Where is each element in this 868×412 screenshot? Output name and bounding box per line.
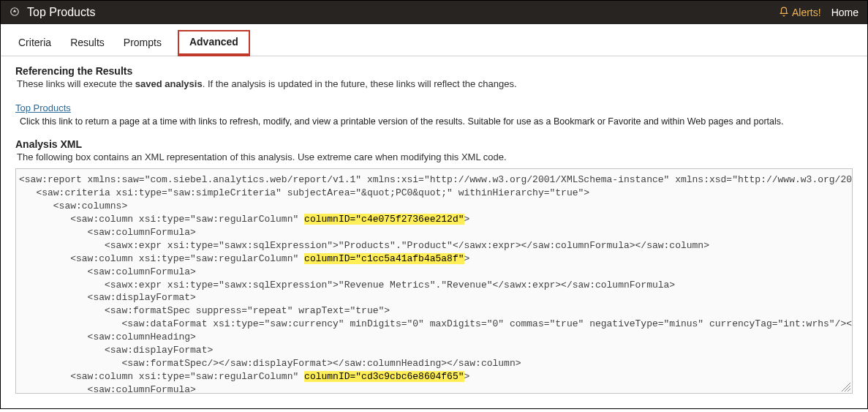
top-products-link-desc: Click this link to return a page at a ti… [20, 116, 853, 127]
xml-highlight-1: columnID="c4e075f2736ee212d" [304, 214, 464, 225]
xml-highlight-2: columnID="c1cc5a41afb4a5a8f" [304, 253, 464, 264]
home-link[interactable]: Home [831, 7, 858, 18]
ref-desc-bold: saved analysis [135, 78, 203, 89]
alerts-label: Alerts! [792, 7, 821, 18]
tabs-bar: Criteria Results Prompts Advanced [1, 24, 867, 56]
referencing-heading: Referencing the Results [15, 65, 853, 77]
resize-handle-icon[interactable] [842, 383, 850, 392]
tab-criteria[interactable]: Criteria [15, 31, 54, 56]
top-products-link[interactable]: Top Products [15, 102, 71, 113]
xml-seg3: > <saw:columnFormula> <sawx:expr xsi:typ… [19, 253, 853, 382]
app-header: Top Products Alerts! Home [1, 1, 867, 24]
ref-desc-suffix: . If the analysis is updated in the futu… [203, 78, 517, 89]
ref-desc-prefix: These links will execute the [17, 78, 135, 89]
analysis-xml-textarea[interactable]: <saw:report xmlns:saw="com.siebel.analyt… [15, 168, 853, 394]
header-right: Alerts! Home [779, 7, 858, 19]
tab-prompts[interactable]: Prompts [121, 31, 165, 56]
tab-advanced[interactable]: Advanced [178, 30, 250, 56]
tab-results[interactable]: Results [67, 31, 107, 56]
page-title: Top Products [27, 6, 95, 19]
analysis-xml-desc: The following box contains an XML repres… [17, 151, 853, 162]
content-area: Referencing the Results These links will… [1, 56, 867, 408]
alerts-link[interactable]: Alerts! [779, 7, 821, 19]
referencing-desc: These links will execute the saved analy… [17, 78, 853, 89]
app-icon [10, 7, 20, 19]
bell-icon [779, 7, 789, 19]
analysis-xml-heading: Analysis XML [15, 138, 853, 150]
header-left: Top Products [10, 6, 95, 19]
xml-highlight-3: columnID="cd3c9cbc6e8604f65" [304, 371, 464, 382]
